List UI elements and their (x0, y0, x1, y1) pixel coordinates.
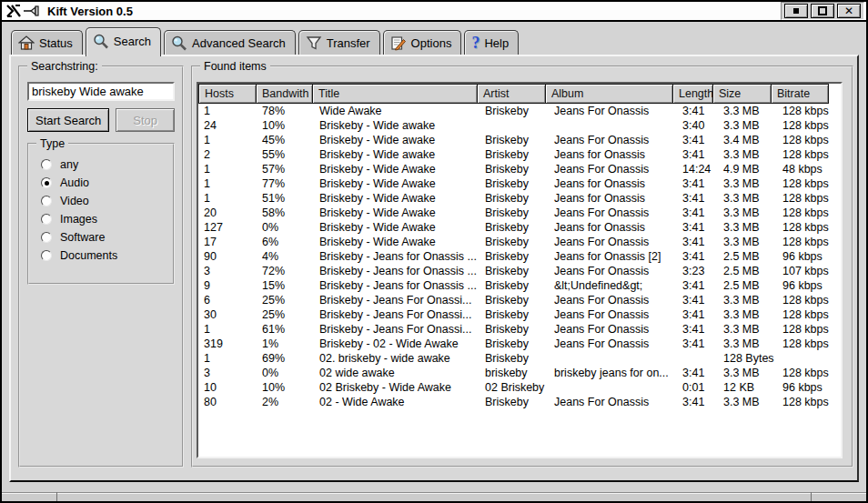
radio-option-video[interactable]: Video (41, 192, 173, 210)
cell-length: 3:23 (677, 264, 718, 278)
cell-title: Briskeby - Wide awake (314, 118, 479, 133)
radio-icon[interactable] (41, 159, 52, 170)
tab-status[interactable]: Status (11, 30, 83, 55)
cell-title: Briskeby - Wide Awake (314, 220, 479, 235)
cell-bandwith: 0% (257, 220, 314, 235)
table-row[interactable]: 372%Briskeby - Jeans for Onassis ...Bris… (198, 264, 841, 278)
cell-length: 3:41 (677, 395, 718, 409)
minimize-button[interactable] (784, 4, 808, 18)
cell-title: Briskeby - Wide Awake (314, 206, 479, 220)
resize-grip-left-icon[interactable] (56, 492, 57, 501)
tab-options[interactable]: Options (383, 30, 462, 55)
table-row[interactable]: 1010%02 Briskeby - Wide Awake02 Briskeby… (198, 380, 841, 395)
cell-hosts: 1 (198, 191, 257, 206)
sticky-pin-icon[interactable] (24, 5, 41, 16)
table-row[interactable]: 178%Wide AwakeBriskebyJeans For Onassis3… (198, 104, 841, 118)
close-icon: ✕ (844, 6, 853, 15)
table-row[interactable]: 3191%Briskeby - 02 - Wide AwakeBriskebyJ… (198, 337, 841, 351)
table-row[interactable]: 30%02 wide awakebriskebybriskeby jeans f… (198, 366, 841, 380)
radio-icon[interactable] (41, 250, 52, 261)
column-header-artist[interactable]: Artist (477, 84, 546, 104)
radio-icon[interactable] (41, 214, 52, 225)
radio-icon[interactable] (41, 232, 52, 243)
tab-label: Advanced Search (192, 36, 286, 50)
cell-album: Jeans For Onassis (549, 307, 677, 322)
cell-hosts: 6 (198, 293, 257, 307)
table-row[interactable]: 1270%Briskeby - Wide AwakeBriskebyJeans … (198, 220, 841, 235)
cell-bitrate: 128 kbps (777, 118, 835, 133)
table-row[interactable]: 161%Briskeby - Jeans For Onassi...Briske… (198, 322, 841, 337)
table-row[interactable]: 3025%Briskeby - Jeans For Onassi...Brisk… (198, 307, 841, 322)
window-controls: ✕ (781, 2, 864, 20)
cell-album: Jeans for Onassis [2] (549, 249, 677, 264)
tab-label: Transfer (327, 36, 370, 50)
table-row[interactable]: 2058%Briskeby - Wide AwakeBriskebyJeans … (198, 206, 841, 220)
table-row[interactable]: 255%Briskeby - Wide awakeBriskebyJeans f… (198, 147, 841, 162)
cell-length: 3:40 (677, 118, 718, 133)
column-header-length[interactable]: Length (672, 84, 713, 104)
cell-artist: Briskeby (479, 133, 549, 147)
cell-album: Jeans For Onassis (549, 337, 677, 351)
radio-label: Documents (60, 249, 117, 262)
table-row[interactable]: 802%02 - Wide AwakeBriskebyJeans For Ona… (198, 395, 841, 409)
cell-bitrate: 128 kbps (777, 206, 835, 220)
table-row[interactable]: 915%Briskeby - Jeans for Onassis ...Bris… (198, 278, 841, 293)
cell-bandwith: 1% (257, 337, 314, 351)
cell-bandwith: 0% (257, 366, 314, 380)
window-resize-bar[interactable] (2, 492, 866, 501)
tab-help[interactable]: ? Help (464, 30, 519, 55)
tab-advanced-search[interactable]: Advanced Search (164, 30, 296, 55)
start-search-button[interactable]: Start Search (27, 108, 109, 132)
radio-label: Images (60, 213, 97, 226)
cell-hosts: 1 (198, 133, 257, 147)
cell-bandwith: 45% (257, 133, 314, 147)
column-header-bitrate[interactable]: Bitrate (771, 84, 829, 104)
cell-size: 2.5 MB (718, 264, 777, 278)
radio-option-software[interactable]: Software (41, 228, 173, 246)
radio-option-any[interactable]: any (41, 156, 173, 174)
radio-option-images[interactable]: Images (41, 210, 173, 228)
cell-size: 3.3 MB (718, 191, 777, 206)
table-row[interactable]: 625%Briskeby - Jeans For Onassi...Briske… (198, 293, 841, 307)
cell-title: Briskeby - Wide Awake (314, 176, 479, 191)
close-button[interactable]: ✕ (837, 4, 861, 18)
radio-option-audio[interactable]: Audio (41, 174, 173, 192)
radio-icon[interactable] (41, 196, 52, 206)
cell-length: 3:41 (677, 133, 718, 147)
table-row[interactable]: 904%Briskeby - Jeans for Onassis ...Bris… (198, 249, 841, 264)
cell-bandwith: 58% (257, 206, 314, 220)
column-header-hosts[interactable]: Hosts (198, 84, 257, 104)
radio-label: Software (60, 231, 105, 244)
table-row[interactable]: 157%Briskeby - Wide AwakeBriskebyJeans F… (198, 162, 841, 176)
tab-transfer[interactable]: Transfer (298, 30, 380, 55)
cell-bandwith: 10% (257, 118, 314, 133)
titlebar[interactable]: Kift Version 0.5 ✕ (2, 2, 866, 22)
table-row[interactable]: 177%Briskeby - Wide AwakeBriskebyJeans f… (198, 176, 841, 191)
table-row[interactable]: 176%Briskeby - Wide AwakeBriskebyJeans F… (198, 235, 841, 249)
column-header-title[interactable]: Title (312, 84, 478, 104)
cell-bitrate: 128 kbps (777, 235, 835, 249)
resize-grip-right-icon[interactable] (811, 492, 812, 501)
app-window: Kift Version 0.5 ✕ Status (0, 0, 868, 503)
cell-album: Jeans for Onassis (549, 191, 677, 206)
search-button-row: Start Search Stop (27, 108, 175, 132)
column-header-size[interactable]: Size (712, 84, 772, 104)
cell-artist: Briskeby (479, 264, 549, 278)
cell-album (549, 351, 677, 366)
cell-hosts: 17 (198, 235, 257, 249)
table-row[interactable]: 145%Briskeby - Wide awakeBriskebyJeans F… (198, 133, 841, 147)
table-row[interactable]: 2410%Briskeby - Wide awake3:403.3 MB128 … (198, 118, 841, 133)
maximize-button[interactable] (811, 4, 834, 18)
cell-album: Jeans For Onassis (549, 133, 677, 147)
radio-label: Video (60, 195, 89, 207)
cell-bitrate (777, 351, 835, 366)
radio-icon[interactable] (41, 177, 52, 188)
cell-artist: 02 Briskeby (479, 380, 549, 395)
tab-search[interactable]: Search (86, 27, 161, 56)
table-row[interactable]: 151%Briskeby - Wide AwakeBriskebyJeans f… (198, 191, 841, 206)
table-row[interactable]: 169%02. briskeby - wide awakeBriskeby128… (198, 351, 841, 366)
column-header-album[interactable]: Album (545, 84, 673, 104)
column-header-bandwith[interactable]: Bandwith (256, 84, 313, 104)
radio-option-documents[interactable]: Documents (41, 246, 173, 265)
search-input[interactable] (27, 82, 175, 101)
